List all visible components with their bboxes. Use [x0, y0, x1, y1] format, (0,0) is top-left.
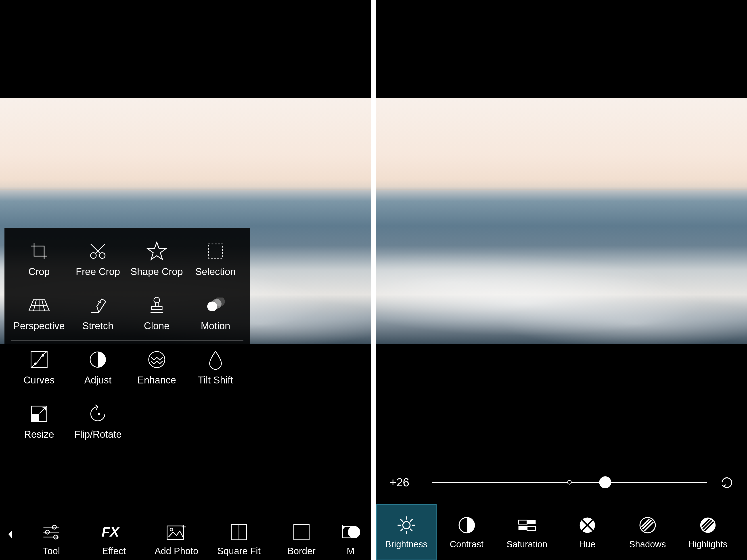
svg-rect-38 [527, 526, 536, 530]
svg-point-8 [42, 354, 44, 356]
motion-blur-icon [204, 295, 227, 315]
photo-preview [376, 98, 747, 344]
sliders-icon [41, 522, 61, 542]
svg-point-13 [98, 413, 100, 415]
add-photo-icon [165, 522, 187, 542]
tool-motion[interactable]: Motion [187, 295, 243, 331]
drop-icon [208, 349, 223, 370]
tool-label: Flip/Rotate [74, 429, 122, 440]
border-icon [292, 522, 311, 542]
left-phone-screen: Crop Free Crop Shape Crop [0, 0, 371, 560]
tool-shape-crop[interactable]: Shape Crop [129, 241, 185, 277]
tab-label: Contrast [450, 539, 484, 549]
half-circle-icon [88, 349, 107, 370]
nav-border[interactable]: Border [270, 509, 333, 556]
svg-line-30 [401, 519, 403, 522]
tool-perspective[interactable]: Perspective [11, 295, 67, 331]
svg-point-24 [349, 526, 360, 538]
nav-next-arrow[interactable] [340, 524, 346, 531]
reset-button[interactable] [718, 473, 736, 491]
svg-rect-22 [294, 525, 309, 540]
tool-adjust[interactable]: Adjust [70, 349, 126, 386]
tool-label: Free Crop [76, 266, 120, 277]
tool-tilt-shift[interactable]: Tilt Shift [187, 349, 243, 386]
bottom-nav: Tool FX Effect Add Photo [0, 509, 371, 560]
tab-label: Hue [579, 539, 595, 549]
tab-label: Brightness [385, 539, 428, 549]
tool-curves[interactable]: Curves [11, 349, 67, 386]
nav-add-photo[interactable]: Add Photo [145, 509, 208, 556]
resize-arrows-icon [29, 404, 49, 424]
nav-label: M [347, 546, 355, 556]
svg-point-7 [34, 363, 36, 365]
svg-rect-12 [31, 414, 39, 422]
perspective-grid-icon [28, 295, 50, 315]
stretch-hand-icon [88, 295, 108, 315]
nav-label: Add Photo [155, 546, 198, 556]
slider-value: +26 [390, 476, 421, 489]
tool-crop[interactable]: Crop [11, 241, 67, 277]
right-phone-screen: +26 Brightness Contrast [376, 0, 747, 560]
nav-tool[interactable]: Tool [20, 509, 83, 556]
nav-square-fit[interactable]: Square Fit [208, 509, 270, 556]
half-circle-icon [457, 515, 476, 535]
tool-label: Stretch [82, 320, 113, 331]
tab-brightness[interactable]: Brightness [376, 504, 437, 560]
tool-label: Curves [23, 375, 54, 386]
nav-mask-partial[interactable]: M [333, 509, 368, 556]
waves-icon [147, 349, 166, 370]
svg-rect-2 [208, 244, 223, 258]
tool-flip-rotate[interactable]: Flip/Rotate [70, 404, 126, 440]
nav-prev-arrow[interactable] [0, 530, 20, 539]
tab-label: Saturation [507, 539, 547, 549]
tab-contrast[interactable]: Contrast [437, 504, 497, 560]
tab-highlights[interactable]: Highlights [678, 504, 738, 560]
tool-label: Shape Crop [130, 266, 183, 277]
nav-label: Square Fit [217, 546, 261, 556]
nav-label: Tool [43, 546, 60, 556]
svg-point-25 [403, 522, 410, 529]
tool-label: Tilt Shift [198, 375, 233, 386]
curves-icon [29, 349, 49, 370]
stamp-icon [148, 295, 166, 315]
tool-stretch[interactable]: Stretch [70, 295, 126, 331]
tool-label: Motion [201, 320, 230, 331]
tool-selection[interactable]: Selection [187, 241, 243, 277]
tool-label: Perspective [14, 320, 65, 331]
square-fit-icon [229, 522, 249, 542]
nav-label: Effect [102, 546, 126, 556]
nav-effect[interactable]: FX Effect [83, 509, 145, 556]
tool-enhance[interactable]: Enhance [129, 349, 185, 386]
tab-label: Shadows [629, 539, 666, 549]
tab-hue[interactable]: Hue [557, 504, 617, 560]
svg-line-32 [410, 519, 412, 522]
crop-icon [29, 241, 49, 261]
tool-free-crop[interactable]: Free Crop [70, 241, 126, 277]
highlights-hatch-icon [698, 515, 718, 535]
slider-knob[interactable] [599, 476, 611, 488]
tab-saturation[interactable]: Saturation [497, 504, 557, 560]
tool-grid-popup: Crop Free Crop Shape Crop [4, 228, 250, 451]
tool-label: Enhance [137, 375, 176, 386]
selection-dashed-icon [207, 241, 225, 261]
brightness-icon [396, 515, 416, 535]
hue-cross-circle-icon [578, 515, 597, 535]
svg-point-1 [100, 253, 105, 258]
svg-point-0 [91, 253, 96, 258]
slider-center-mark [567, 480, 572, 485]
svg-line-31 [410, 529, 412, 531]
tab-shadows[interactable]: Shadows [617, 504, 678, 560]
svg-text:FX: FX [102, 524, 120, 539]
nav-label: Border [287, 546, 315, 556]
brightness-slider[interactable] [432, 482, 707, 483]
tool-label: Selection [195, 266, 236, 277]
tool-resize[interactable]: Resize [11, 404, 67, 440]
svg-line-33 [401, 529, 403, 531]
svg-rect-36 [518, 520, 527, 524]
scissors-icon [88, 241, 108, 261]
rotate-icon [88, 404, 108, 424]
slider-bar: +26 [376, 460, 747, 504]
tool-clone[interactable]: Clone [129, 295, 185, 331]
tool-label: Clone [144, 320, 170, 331]
shadows-hatch-icon [638, 515, 657, 535]
